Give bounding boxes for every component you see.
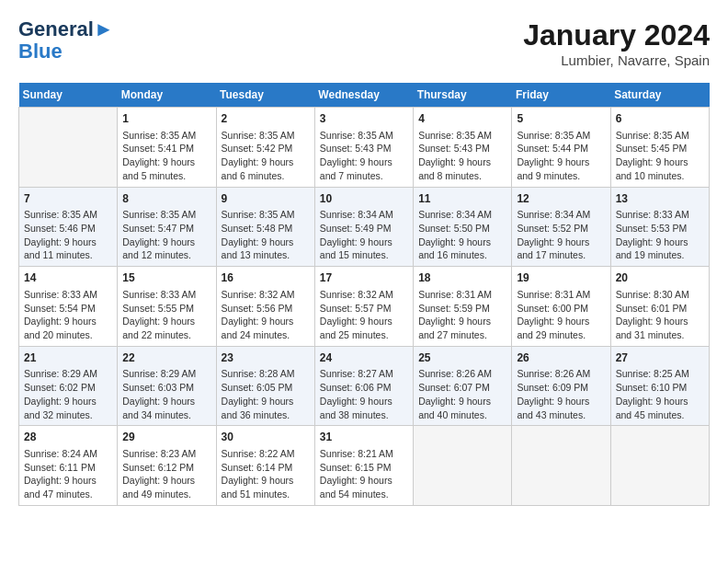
day-number: 10 (320, 191, 408, 207)
calendar-cell: 6Sunrise: 8:35 AMSunset: 5:45 PMDaylight… (610, 108, 709, 188)
calendar-week-row: 21Sunrise: 8:29 AMSunset: 6:02 PMDayligh… (19, 346, 710, 426)
day-number: 12 (517, 191, 605, 207)
cell-info: Sunrise: 8:21 AMSunset: 6:15 PMDaylight:… (320, 447, 408, 501)
location: Lumbier, Navarre, Spain (523, 52, 710, 68)
day-number: 17 (320, 270, 408, 286)
cell-info: Sunrise: 8:33 AMSunset: 5:54 PMDaylight:… (24, 288, 112, 342)
calendar-cell (512, 426, 610, 506)
day-number: 19 (517, 270, 605, 286)
cell-info: Sunrise: 8:31 AMSunset: 6:00 PMDaylight:… (517, 288, 605, 342)
calendar-cell: 2Sunrise: 8:35 AMSunset: 5:42 PMDaylight… (216, 108, 314, 188)
day-number: 13 (616, 191, 704, 207)
cell-info: Sunrise: 8:35 AMSunset: 5:45 PMDaylight:… (616, 129, 704, 183)
calendar-cell (19, 108, 118, 188)
logo-blue: Blue (18, 40, 114, 63)
calendar-cell: 14Sunrise: 8:33 AMSunset: 5:54 PMDayligh… (19, 267, 118, 347)
calendar-cell: 1Sunrise: 8:35 AMSunset: 5:41 PMDaylight… (118, 108, 216, 188)
day-number: 14 (24, 270, 112, 286)
calendar-cell: 23Sunrise: 8:28 AMSunset: 6:05 PMDayligh… (216, 346, 314, 426)
cell-info: Sunrise: 8:27 AMSunset: 6:06 PMDaylight:… (320, 367, 408, 421)
cell-info: Sunrise: 8:34 AMSunset: 5:52 PMDaylight:… (517, 208, 605, 262)
cell-info: Sunrise: 8:35 AMSunset: 5:48 PMDaylight:… (222, 208, 310, 262)
cell-info: Sunrise: 8:28 AMSunset: 6:05 PMDaylight:… (222, 367, 310, 421)
cell-info: Sunrise: 8:35 AMSunset: 5:43 PMDaylight:… (418, 129, 506, 183)
calendar-cell: 26Sunrise: 8:26 AMSunset: 6:09 PMDayligh… (512, 346, 610, 426)
cell-info: Sunrise: 8:32 AMSunset: 5:57 PMDaylight:… (320, 288, 408, 342)
day-number: 4 (418, 111, 506, 127)
calendar-cell: 13Sunrise: 8:33 AMSunset: 5:53 PMDayligh… (610, 187, 709, 267)
day-number: 2 (222, 111, 310, 127)
day-number: 25 (418, 350, 506, 366)
cell-info: Sunrise: 8:26 AMSunset: 6:09 PMDaylight:… (517, 367, 605, 421)
day-number: 26 (517, 350, 605, 366)
day-number: 21 (24, 350, 112, 366)
calendar-cell: 31Sunrise: 8:21 AMSunset: 6:15 PMDayligh… (314, 426, 413, 506)
day-number: 1 (122, 111, 210, 127)
cell-info: Sunrise: 8:24 AMSunset: 6:11 PMDaylight:… (24, 447, 112, 501)
day-number: 11 (418, 191, 506, 207)
calendar-cell: 3Sunrise: 8:35 AMSunset: 5:43 PMDaylight… (314, 108, 413, 188)
cell-info: Sunrise: 8:35 AMSunset: 5:42 PMDaylight:… (222, 129, 310, 183)
calendar-cell: 11Sunrise: 8:34 AMSunset: 5:50 PMDayligh… (414, 187, 512, 267)
calendar-week-row: 14Sunrise: 8:33 AMSunset: 5:54 PMDayligh… (19, 267, 710, 347)
cell-info: Sunrise: 8:35 AMSunset: 5:46 PMDaylight:… (24, 208, 112, 262)
calendar-cell: 24Sunrise: 8:27 AMSunset: 6:06 PMDayligh… (314, 346, 413, 426)
calendar-cell: 22Sunrise: 8:29 AMSunset: 6:03 PMDayligh… (118, 346, 216, 426)
cell-info: Sunrise: 8:29 AMSunset: 6:02 PMDaylight:… (24, 367, 112, 421)
day-number: 7 (24, 191, 112, 207)
day-number: 23 (222, 350, 310, 366)
day-number: 28 (24, 430, 112, 445)
calendar-cell (414, 426, 512, 506)
cell-info: Sunrise: 8:35 AMSunset: 5:44 PMDaylight:… (517, 129, 605, 183)
calendar-week-row: 7Sunrise: 8:35 AMSunset: 5:46 PMDaylight… (19, 187, 710, 267)
month-title: January 2024 (523, 18, 710, 52)
cell-info: Sunrise: 8:34 AMSunset: 5:49 PMDaylight:… (320, 208, 408, 262)
day-number: 8 (122, 191, 210, 207)
day-number: 16 (222, 270, 310, 286)
calendar-cell: 17Sunrise: 8:32 AMSunset: 5:57 PMDayligh… (314, 267, 413, 347)
day-number: 29 (122, 430, 210, 445)
calendar-cell: 25Sunrise: 8:26 AMSunset: 6:07 PMDayligh… (414, 346, 512, 426)
day-number: 31 (320, 430, 408, 445)
calendar-cell: 18Sunrise: 8:31 AMSunset: 5:59 PMDayligh… (414, 267, 512, 347)
day-number: 30 (222, 430, 310, 445)
calendar-week-row: 28Sunrise: 8:24 AMSunset: 6:11 PMDayligh… (19, 426, 710, 506)
calendar-cell: 20Sunrise: 8:30 AMSunset: 6:01 PMDayligh… (610, 267, 709, 347)
day-header-friday: Friday (512, 83, 610, 108)
calendar-cell: 10Sunrise: 8:34 AMSunset: 5:49 PMDayligh… (314, 187, 413, 267)
calendar-cell: 29Sunrise: 8:23 AMSunset: 6:12 PMDayligh… (118, 426, 216, 506)
cell-info: Sunrise: 8:32 AMSunset: 5:56 PMDaylight:… (222, 288, 310, 342)
calendar-cell: 30Sunrise: 8:22 AMSunset: 6:14 PMDayligh… (216, 426, 314, 506)
calendar-cell: 15Sunrise: 8:33 AMSunset: 5:55 PMDayligh… (118, 267, 216, 347)
cell-info: Sunrise: 8:30 AMSunset: 6:01 PMDaylight:… (616, 288, 704, 342)
calendar-cell: 27Sunrise: 8:25 AMSunset: 6:10 PMDayligh… (610, 346, 709, 426)
day-header-tuesday: Tuesday (216, 83, 314, 108)
day-number: 27 (616, 350, 704, 366)
cell-info: Sunrise: 8:33 AMSunset: 5:55 PMDaylight:… (122, 288, 210, 342)
day-number: 15 (122, 270, 210, 286)
cell-info: Sunrise: 8:29 AMSunset: 6:03 PMDaylight:… (122, 367, 210, 421)
day-number: 3 (320, 111, 408, 127)
calendar-cell: 28Sunrise: 8:24 AMSunset: 6:11 PMDayligh… (19, 426, 118, 506)
day-number: 20 (616, 270, 704, 286)
cell-info: Sunrise: 8:22 AMSunset: 6:14 PMDaylight:… (222, 447, 310, 501)
day-number: 18 (418, 270, 506, 286)
cell-info: Sunrise: 8:35 AMSunset: 5:43 PMDaylight:… (320, 129, 408, 183)
cell-info: Sunrise: 8:31 AMSunset: 5:59 PMDaylight:… (418, 288, 506, 342)
day-header-wednesday: Wednesday (314, 83, 413, 108)
day-header-sunday: Sunday (19, 83, 118, 108)
cell-info: Sunrise: 8:26 AMSunset: 6:07 PMDaylight:… (418, 367, 506, 421)
logo: General► Blue (18, 18, 114, 63)
calendar-cell: 21Sunrise: 8:29 AMSunset: 6:02 PMDayligh… (19, 346, 118, 426)
calendar-cell: 8Sunrise: 8:35 AMSunset: 5:47 PMDaylight… (118, 187, 216, 267)
cell-info: Sunrise: 8:35 AMSunset: 5:47 PMDaylight:… (122, 208, 210, 262)
day-number: 22 (122, 350, 210, 366)
calendar-week-row: 1Sunrise: 8:35 AMSunset: 5:41 PMDaylight… (19, 108, 710, 188)
cell-info: Sunrise: 8:35 AMSunset: 5:41 PMDaylight:… (122, 129, 210, 183)
calendar-cell: 12Sunrise: 8:34 AMSunset: 5:52 PMDayligh… (512, 187, 610, 267)
page-header: General► Blue January 2024 Lumbier, Nava… (18, 18, 710, 68)
logo-text: General► (18, 18, 114, 40)
calendar-cell: 4Sunrise: 8:35 AMSunset: 5:43 PMDaylight… (414, 108, 512, 188)
day-number: 24 (320, 350, 408, 366)
day-header-saturday: Saturday (610, 83, 709, 108)
